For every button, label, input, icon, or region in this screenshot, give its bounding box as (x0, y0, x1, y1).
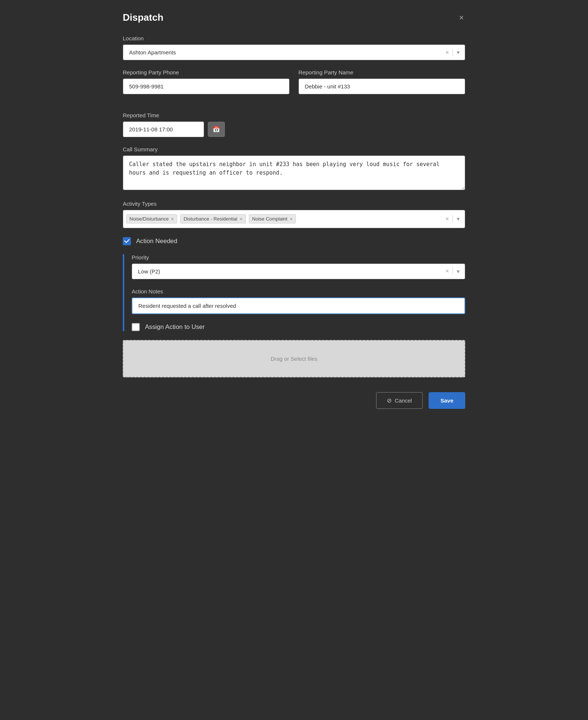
activity-types-clear-button[interactable]: × (443, 214, 451, 224)
priority-input-wrapper: × ▾ (132, 263, 465, 279)
activity-types-dropdown-button[interactable]: ▾ (454, 214, 462, 224)
cancel-icon: ⊘ (387, 397, 392, 404)
priority-label: Priority (132, 254, 465, 260)
location-dropdown-button[interactable]: ▾ (454, 47, 462, 57)
call-summary-input[interactable] (123, 155, 465, 190)
tag-noise-complaint: Noise Complaint × (249, 214, 296, 223)
location-controls: × ▾ (443, 47, 465, 57)
action-notes-label: Action Notes (132, 288, 465, 295)
modal-header: Dispatch × (123, 12, 465, 23)
dispatch-modal: Dispatch × Location × ▾ Reporting Party … (111, 0, 477, 444)
tag-label: Disturbance - Residential (183, 216, 237, 222)
close-button[interactable]: × (457, 12, 465, 23)
action-notes-field-group: Action Notes (132, 288, 465, 314)
location-label: Location (123, 35, 465, 41)
action-needed-checkbox[interactable] (123, 237, 131, 245)
calendar-button[interactable]: 📅 (208, 122, 225, 137)
cancel-button[interactable]: ⊘ Cancel (376, 392, 423, 409)
priority-section: Priority × ▾ Action Notes Assign Action … (123, 254, 465, 331)
phone-input[interactable] (123, 78, 290, 94)
activity-types-input[interactable]: Noise/Disturbance × Disturbance - Reside… (123, 210, 465, 228)
location-divider (453, 49, 453, 56)
location-input[interactable] (123, 45, 443, 60)
tag-label: Noise Complaint (252, 216, 287, 222)
action-needed-row[interactable]: Action Needed (123, 237, 465, 245)
tag-disturbance-residential: Disturbance - Residential × (180, 214, 246, 223)
location-input-wrapper: × ▾ (123, 44, 465, 60)
assign-action-label: Assign Action to User (145, 323, 205, 331)
file-dropzone-label: Drag or Select files (271, 356, 318, 362)
party-name-label: Reporting Party Name (298, 69, 465, 75)
party-name-input[interactable] (298, 78, 465, 94)
assign-action-checkbox[interactable] (132, 323, 140, 331)
action-notes-input[interactable] (132, 297, 465, 314)
action-needed-label: Action Needed (136, 238, 178, 245)
priority-dropdown-button[interactable]: ▾ (454, 266, 462, 276)
reported-time-label: Reported Time (123, 112, 465, 118)
call-summary-label: Call Summary (123, 146, 465, 152)
assign-action-row[interactable]: Assign Action to User (132, 323, 465, 331)
phone-field-group: Reporting Party Phone (123, 69, 290, 94)
phone-label: Reporting Party Phone (123, 69, 290, 75)
activity-types-controls: × ▾ (443, 214, 462, 224)
name-field-group: Reporting Party Name (298, 69, 465, 94)
priority-divider (453, 268, 453, 275)
location-field-group: Location × ▾ (123, 35, 465, 60)
party-fields: Reporting Party Phone Reporting Party Na… (123, 69, 465, 103)
tag-remove-disturbance-residential[interactable]: × (240, 216, 243, 222)
priority-field-group: Priority × ▾ (132, 254, 465, 279)
datetime-input[interactable] (123, 121, 204, 137)
activity-types-field-group: Activity Types Noise/Disturbance × Distu… (123, 201, 465, 228)
reported-time-field-group: Reported Time 📅 (123, 112, 465, 137)
tag-remove-noise-complaint[interactable]: × (290, 216, 293, 222)
cancel-label: Cancel (395, 397, 412, 404)
activity-types-label: Activity Types (123, 201, 465, 207)
tag-remove-noise-disturbance[interactable]: × (171, 216, 174, 222)
footer: ⊘ Cancel Save (123, 392, 465, 409)
priority-input[interactable] (132, 264, 443, 279)
save-button[interactable]: Save (429, 392, 465, 409)
calendar-icon: 📅 (213, 126, 220, 132)
activity-types-divider (453, 215, 453, 223)
priority-controls: × ▾ (443, 266, 465, 276)
call-summary-field-group: Call Summary (123, 146, 465, 192)
modal-title: Dispatch (123, 12, 163, 23)
file-dropzone[interactable]: Drag or Select files (123, 340, 465, 377)
tag-noise-disturbance: Noise/Disturbance × (126, 214, 177, 223)
datetime-wrapper: 📅 (123, 121, 465, 137)
priority-clear-button[interactable]: × (443, 266, 451, 276)
tag-label: Noise/Disturbance (129, 216, 169, 222)
location-clear-button[interactable]: × (443, 48, 451, 57)
checkmark-icon (124, 239, 129, 243)
